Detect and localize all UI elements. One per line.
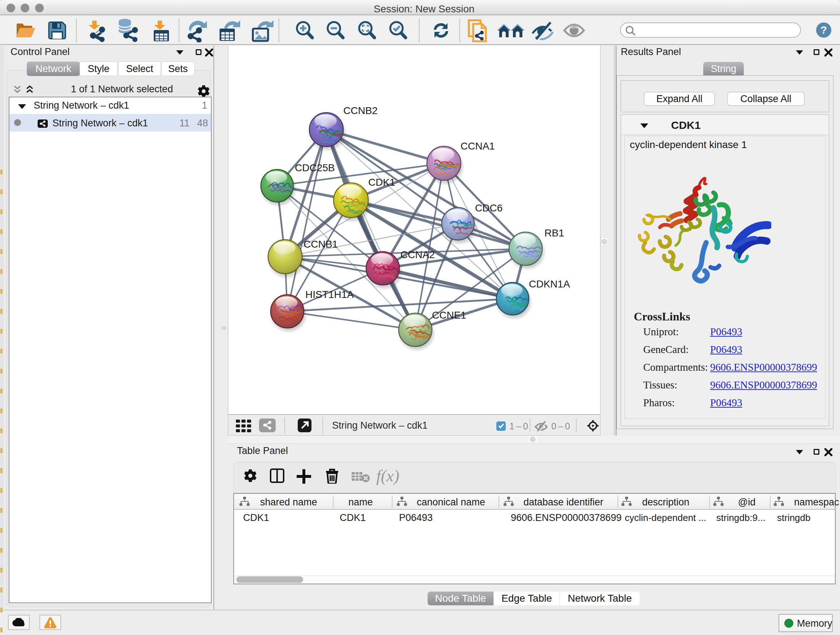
svg-text:CCNB1: CCNB1	[303, 239, 338, 250]
svg-text:CDKN1A: CDKN1A	[529, 279, 570, 290]
svg-text:RB1: RB1	[545, 227, 564, 239]
svg-text:HIST1H1A: HIST1H1A	[305, 289, 354, 300]
svg-text:CCNA2: CCNA2	[401, 249, 435, 260]
svg-text:CCNA1: CCNA1	[461, 141, 495, 152]
svg-text:CDC6: CDC6	[475, 203, 502, 214]
svg-text:CDC25B: CDC25B	[295, 162, 335, 173]
svg-text:CCNB2: CCNB2	[343, 105, 378, 116]
svg-text:CCNE1: CCNE1	[432, 310, 466, 321]
svg-text:CDK1: CDK1	[368, 177, 395, 188]
